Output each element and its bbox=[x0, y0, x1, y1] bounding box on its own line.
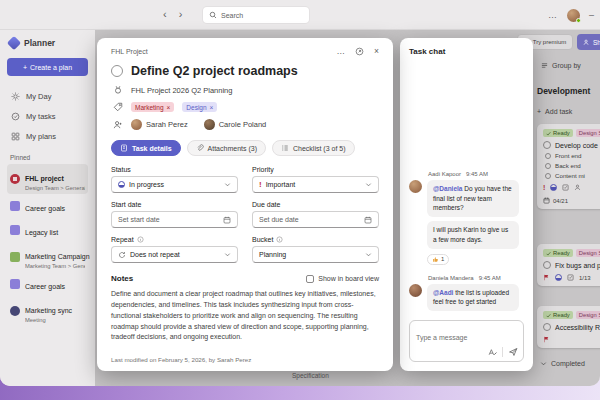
info-icon bbox=[137, 236, 144, 243]
tasks-icon bbox=[10, 112, 20, 121]
sidebar-item-my-tasks[interactable]: My tasks bbox=[7, 106, 88, 126]
plan-icon bbox=[10, 279, 20, 289]
calendar-icon bbox=[543, 197, 550, 204]
thumbs-up-reaction[interactable]: 1 bbox=[427, 254, 449, 265]
goal-text[interactable]: FHL Project 2026 Q2 Planning bbox=[131, 86, 232, 95]
sidebar-item-my-plans[interactable]: My plans bbox=[7, 126, 88, 146]
thumbs-up-icon bbox=[432, 256, 439, 263]
label-pill-ready: Ready bbox=[543, 129, 573, 137]
calendar-icon bbox=[223, 216, 231, 224]
remove-tag-icon[interactable]: × bbox=[167, 104, 171, 111]
remove-tag-icon[interactable]: × bbox=[210, 104, 214, 111]
notes-text[interactable]: Define and document a clear project road… bbox=[111, 289, 379, 343]
message-meta: Aadi Kapoor9:45 AM bbox=[428, 171, 524, 177]
plus-icon: + bbox=[537, 108, 541, 115]
back-icon[interactable]: ‹ bbox=[163, 8, 167, 20]
chat-title: Task chat bbox=[409, 47, 524, 56]
assignee-carole-poland[interactable]: Carole Poland bbox=[204, 119, 267, 130]
sidebar-item-legacy-list[interactable]: Legacy list bbox=[7, 218, 88, 242]
tag-marketing[interactable]: Marketing× bbox=[131, 102, 174, 112]
label-pill-design: Design Sp bbox=[576, 129, 600, 137]
repeat-dropdown[interactable]: Does not repeat bbox=[111, 246, 238, 263]
bucket-dropdown[interactable]: Planning bbox=[252, 246, 379, 263]
share-person-icon bbox=[583, 39, 590, 46]
assign-person-icon bbox=[112, 120, 123, 130]
task-card[interactable]: Ready Design Sp Fix bugs and p 1/13 bbox=[537, 244, 600, 286]
sidebar-item-marketing-sync[interactable]: Marketing syncMeeting bbox=[7, 296, 88, 326]
task-card[interactable]: Ready Design Sp Develop code Front end B… bbox=[537, 124, 600, 209]
last-modified-text: Last modified on February 5, 2026, by Sa… bbox=[111, 348, 379, 363]
task-complete-checkbox[interactable] bbox=[111, 65, 123, 77]
label-pill-ready: Ready bbox=[543, 311, 573, 319]
sidebar-item-fhl-project[interactable]: FHL projectDesign Team > General bbox=[7, 164, 88, 194]
sidebar-item-career-goals-2[interactable]: Career goals bbox=[7, 272, 88, 296]
message-meta: Daniela Mandera9:45 AM bbox=[428, 275, 524, 281]
sidebar: Planner + Create a plan My Day My tasks … bbox=[0, 30, 95, 386]
user-avatar[interactable] bbox=[567, 9, 580, 22]
add-task-button[interactable]: + Add task bbox=[537, 108, 572, 115]
plan-icon bbox=[10, 252, 20, 262]
column-title: Development bbox=[537, 86, 590, 96]
completed-section-toggle[interactable]: Completed bbox=[540, 360, 585, 367]
close-icon[interactable]: × bbox=[374, 47, 379, 56]
avatar bbox=[409, 284, 422, 297]
dialog-plan-name: FHL Project bbox=[111, 48, 148, 55]
tag-design[interactable]: Design× bbox=[182, 102, 217, 112]
flag-icon bbox=[543, 336, 550, 343]
task-title[interactable]: Define Q2 project roadmaps bbox=[131, 64, 298, 78]
send-icon[interactable] bbox=[508, 347, 518, 357]
paperclip-icon bbox=[196, 144, 204, 152]
chat-message-input[interactable]: Type a message bbox=[409, 320, 524, 362]
search-input[interactable]: Search bbox=[203, 7, 309, 23]
due-date-input[interactable]: Set due date bbox=[252, 211, 379, 228]
task-checkbox[interactable] bbox=[543, 261, 551, 269]
in-progress-icon bbox=[555, 274, 562, 281]
avatar bbox=[204, 119, 215, 130]
chevron-down-icon bbox=[224, 181, 231, 188]
status-dropdown[interactable]: In progress bbox=[111, 176, 238, 193]
task-card[interactable]: Ready Design Sp Accessibility R bbox=[537, 306, 600, 348]
share-button[interactable]: Share bbox=[577, 34, 600, 50]
tab-checklist[interactable]: Checklist (3 of 5) bbox=[272, 140, 355, 156]
window-titlebar: ‹ › Search … – bbox=[0, 0, 600, 30]
chevron-down-icon bbox=[540, 360, 547, 367]
minimize-icon[interactable]: – bbox=[589, 10, 594, 20]
label-pill-ready: Ready bbox=[543, 249, 573, 257]
show-in-board-view-checkbox[interactable]: Show in board view bbox=[306, 275, 379, 283]
notebook-icon bbox=[120, 144, 128, 152]
sidebar-item-my-day[interactable]: My Day bbox=[7, 86, 88, 106]
task-checkbox[interactable] bbox=[543, 323, 551, 331]
checklist-icon bbox=[567, 274, 574, 281]
tab-task-details[interactable]: Task details bbox=[111, 140, 181, 156]
text-format-icon[interactable] bbox=[488, 348, 497, 357]
tab-attachments[interactable]: Attachments (3) bbox=[187, 140, 266, 156]
subtask-checkbox[interactable] bbox=[545, 163, 551, 169]
subtask-checkbox[interactable] bbox=[545, 153, 551, 159]
assignee-sarah-perez[interactable]: Sarah Perez bbox=[131, 119, 188, 130]
priority-dropdown[interactable]: !Important bbox=[252, 176, 379, 193]
titlebar-more-icon[interactable]: … bbox=[548, 10, 558, 20]
app-window: Specification ‹ › Search … – Try premium… bbox=[0, 0, 600, 386]
task-checkbox[interactable] bbox=[543, 141, 551, 149]
background-bucket-label: Specification bbox=[292, 372, 329, 379]
app-name: Planner bbox=[24, 38, 55, 48]
forward-icon[interactable]: › bbox=[179, 8, 183, 20]
checkbox-icon bbox=[306, 275, 314, 283]
start-date-label: Start date bbox=[111, 201, 238, 208]
label-pill-design: Design Sp bbox=[576, 249, 600, 257]
start-date-input[interactable]: Set start date bbox=[111, 211, 238, 228]
more-options-icon[interactable]: … bbox=[337, 47, 346, 56]
sidebar-item-career-goals[interactable]: Career goals bbox=[7, 194, 88, 218]
expand-icon[interactable] bbox=[355, 47, 364, 56]
subtask-checkbox[interactable] bbox=[545, 173, 551, 179]
sidebar-item-marketing-campaign[interactable]: Marketing CampaignMarketing Team > Gener… bbox=[7, 242, 88, 272]
chat-message: @Daniela Do you have the final list of n… bbox=[427, 180, 519, 217]
tag-icon bbox=[112, 102, 123, 112]
plan-icon bbox=[10, 225, 20, 235]
chat-message: I will push Karin to give us a few more … bbox=[427, 221, 519, 249]
group-by-control[interactable]: Group by bbox=[541, 62, 581, 69]
create-plan-button[interactable]: + Create a plan bbox=[7, 58, 88, 76]
in-progress-icon bbox=[118, 181, 125, 188]
pinned-section-header: Pinned bbox=[10, 154, 88, 161]
assignee-icon bbox=[574, 184, 581, 191]
